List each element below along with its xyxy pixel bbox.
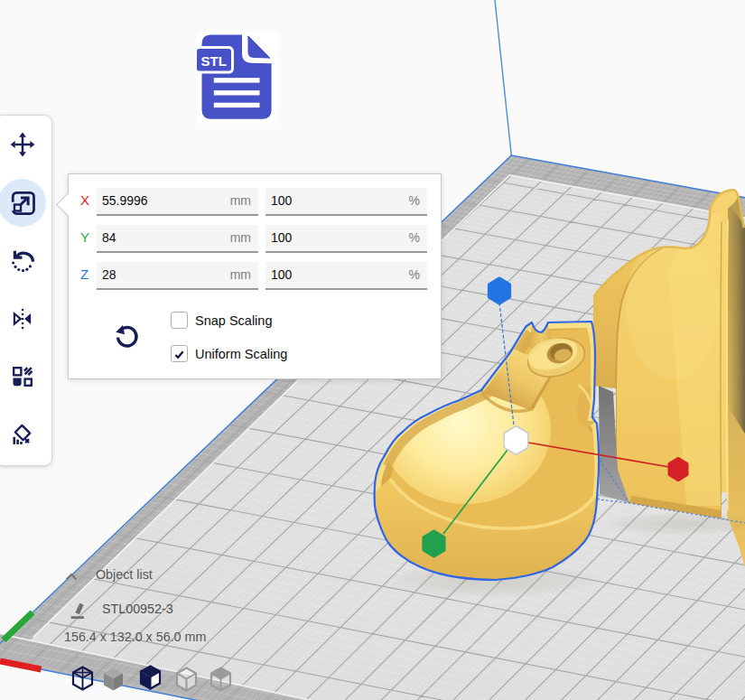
svg-text:STL: STL bbox=[201, 53, 227, 69]
